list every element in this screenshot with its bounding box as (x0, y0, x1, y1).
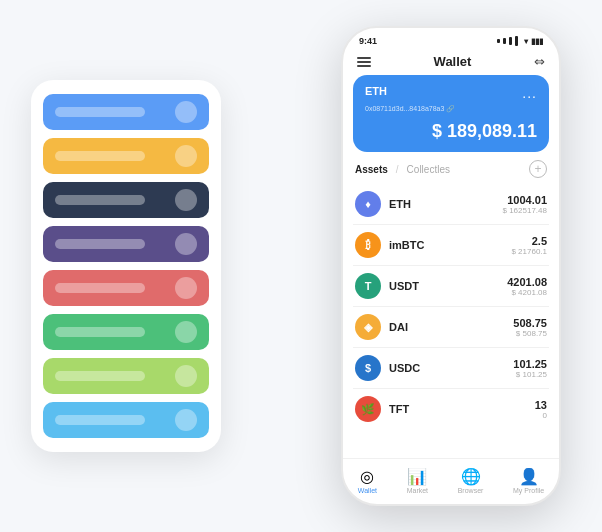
asset-amounts-eth: 1004.01 $ 162517.48 (503, 194, 548, 215)
asset-amount-imbtc: 2.5 (511, 235, 547, 247)
asset-amounts-tft: 13 0 (535, 399, 547, 420)
asset-icon-usdt: T (355, 273, 381, 299)
asset-name-usdc: USDC (389, 362, 513, 374)
asset-item-tft[interactable]: 🌿 TFT 13 0 (353, 389, 549, 429)
card-green[interactable] (43, 314, 209, 350)
eth-card-amount: $ 189,089.11 (365, 121, 537, 142)
card-icon (175, 145, 197, 167)
card-icon (175, 101, 197, 123)
tab-collectibles[interactable]: Collectles (407, 164, 450, 175)
nav-icon-wallet: ◎ (358, 467, 376, 485)
card-purple[interactable] (43, 226, 209, 262)
page-title: Wallet (434, 54, 472, 69)
asset-name-imbtc: imBTC (389, 239, 511, 251)
asset-icon-dai: ◈ (355, 314, 381, 340)
card-lightgreen[interactable] (43, 358, 209, 394)
card-bar (55, 239, 145, 249)
asset-amounts-imbtc: 2.5 $ 21760.1 (511, 235, 547, 256)
card-icon (175, 233, 197, 255)
signal-bar-3 (509, 37, 512, 45)
phone-frame: 9:41 ▾ ▮▮▮ Wallet ⇔ ETH ... 0x0 (341, 26, 561, 506)
asset-list: ♦ ETH 1004.01 $ 162517.48 ₿ imBTC 2.5 $ … (343, 184, 559, 458)
card-red[interactable] (43, 270, 209, 306)
asset-icon-imbtc: ₿ (355, 232, 381, 258)
tab-divider: / (396, 164, 399, 175)
asset-item-usdc[interactable]: $ USDC 101.25 $ 101.25 (353, 348, 549, 389)
eth-card-label: ETH (365, 85, 387, 97)
asset-icon-eth: ♦ (355, 191, 381, 217)
eth-card-dots: ... (522, 85, 537, 101)
asset-name-dai: DAI (389, 321, 513, 333)
card-bar (55, 195, 145, 205)
card-icon (175, 189, 197, 211)
asset-item-imbtc[interactable]: ₿ imBTC 2.5 $ 21760.1 (353, 225, 549, 266)
card-bar (55, 327, 145, 337)
nav-label-market: Market (407, 487, 428, 494)
asset-amounts-usdc: 101.25 $ 101.25 (513, 358, 547, 379)
battery-icon: ▮▮▮ (531, 37, 543, 46)
asset-item-dai[interactable]: ◈ DAI 508.75 $ 508.75 (353, 307, 549, 348)
card-bar (55, 107, 145, 117)
card-bar (55, 415, 145, 425)
asset-icon-tft: 🌿 (355, 396, 381, 422)
card-icon (175, 409, 197, 431)
nav-label-my profile: My Profile (513, 487, 544, 494)
card-yellow[interactable] (43, 138, 209, 174)
nav-item-my-profile[interactable]: 👤 My Profile (513, 467, 544, 494)
asset-amount-tft: 13 (535, 399, 547, 411)
asset-amounts-usdt: 4201.08 $ 4201.08 (507, 276, 547, 297)
asset-name-eth: ETH (389, 198, 503, 210)
asset-item-eth[interactable]: ♦ ETH 1004.01 $ 162517.48 (353, 184, 549, 225)
asset-usd-dai: $ 508.75 (513, 329, 547, 338)
asset-amount-dai: 508.75 (513, 317, 547, 329)
asset-usd-tft: 0 (535, 411, 547, 420)
add-asset-button[interactable]: + (529, 160, 547, 178)
nav-icon-market: 📊 (408, 467, 426, 485)
expand-icon[interactable]: ⇔ (534, 54, 545, 69)
bottom-nav: ◎ Wallet 📊 Market 🌐 Browser 👤 My Profile (343, 458, 559, 504)
card-bar (55, 371, 145, 381)
card-bar (55, 283, 145, 293)
asset-usd-eth: $ 162517.48 (503, 206, 548, 215)
card-bar (55, 151, 145, 161)
scene: 9:41 ▾ ▮▮▮ Wallet ⇔ ETH ... 0x0 (11, 11, 591, 521)
card-icon (175, 321, 197, 343)
asset-name-usdt: USDT (389, 280, 507, 292)
card-icon (175, 277, 197, 299)
signal-bar-2 (503, 38, 506, 44)
eth-address: 0x08711d3d...8418a78a3 🔗 (365, 105, 537, 113)
asset-icon-usdc: $ (355, 355, 381, 381)
nav-label-wallet: Wallet (358, 487, 377, 494)
card-stack (31, 80, 221, 452)
phone-nav-bar: Wallet ⇔ (343, 50, 559, 75)
wifi-icon: ▾ (524, 37, 528, 46)
asset-item-usdt[interactable]: T USDT 4201.08 $ 4201.08 (353, 266, 549, 307)
status-time: 9:41 (359, 36, 377, 46)
asset-usd-usdc: $ 101.25 (513, 370, 547, 379)
status-bar: 9:41 ▾ ▮▮▮ (343, 28, 559, 50)
eth-card[interactable]: ETH ... 0x08711d3d...8418a78a3 🔗 $ 189,0… (353, 75, 549, 152)
asset-amount-usdc: 101.25 (513, 358, 547, 370)
signal-bar-1 (497, 39, 500, 43)
signal-bar-4 (515, 36, 518, 46)
menu-icon[interactable] (357, 55, 371, 69)
asset-name-tft: TFT (389, 403, 535, 415)
assets-tabs: Assets / Collectles (355, 164, 450, 175)
card-blue[interactable] (43, 94, 209, 130)
nav-item-browser[interactable]: 🌐 Browser (458, 467, 484, 494)
asset-amount-usdt: 4201.08 (507, 276, 547, 288)
asset-usd-imbtc: $ 21760.1 (511, 247, 547, 256)
nav-icon-browser: 🌐 (462, 467, 480, 485)
nav-label-browser: Browser (458, 487, 484, 494)
asset-usd-usdt: $ 4201.08 (507, 288, 547, 297)
card-dark[interactable] (43, 182, 209, 218)
asset-amount-eth: 1004.01 (503, 194, 548, 206)
status-icons: ▾ ▮▮▮ (497, 36, 543, 46)
nav-item-market[interactable]: 📊 Market (407, 467, 428, 494)
card-icon (175, 365, 197, 387)
asset-amounts-dai: 508.75 $ 508.75 (513, 317, 547, 338)
assets-header: Assets / Collectles + (343, 160, 559, 184)
card-lightblue[interactable] (43, 402, 209, 438)
tab-assets[interactable]: Assets (355, 164, 388, 175)
nav-item-wallet[interactable]: ◎ Wallet (358, 467, 377, 494)
